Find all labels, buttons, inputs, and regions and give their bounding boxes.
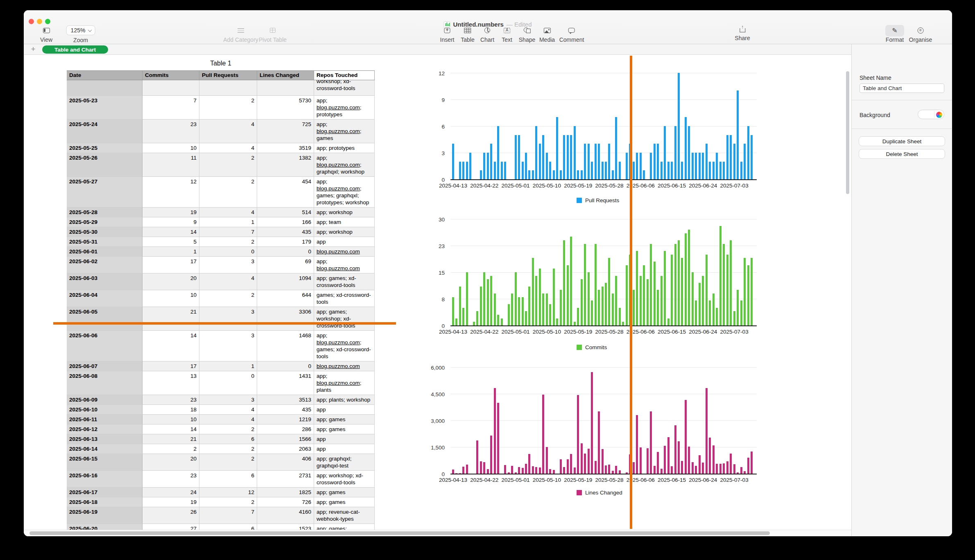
cell-lines-changed[interactable]: 69 <box>257 257 314 273</box>
cell-pull-requests[interactable]: 1 <box>199 361 257 371</box>
repo-link[interactable]: blog.puzzmo.com <box>317 363 360 369</box>
cell-date[interactable]: 2025-05-24 <box>67 120 143 143</box>
toolbar-share-button[interactable]: Share <box>735 24 750 41</box>
tab-table-and-chart[interactable]: Table and Chart <box>42 45 108 54</box>
cell-repos[interactable]: app; team <box>314 217 375 227</box>
cell-repos[interactable]: app; blog.puzzmo.com; games; xd-crosswor… <box>314 331 375 361</box>
cell-commits[interactable]: 14 <box>143 425 199 434</box>
cell-lines-changed[interactable]: 2063 <box>257 444 314 454</box>
delete-sheet-button[interactable]: Delete Sheet <box>859 149 945 159</box>
cell-commits[interactable]: 14 <box>143 331 199 361</box>
toolbar-organise-button[interactable]: Organise <box>909 26 932 43</box>
cell-repos[interactable]: app; blog.puzzmo.com; graphqxl; workshop <box>314 153 375 177</box>
cell-pull-requests[interactable]: 6 <box>199 434 257 444</box>
table-row[interactable]: 2025-05-2991166app; team <box>67 217 375 227</box>
table-row[interactable]: 2025-06-061431468app; blog.puzzmo.com; g… <box>67 331 375 361</box>
cell-commits[interactable]: 18 <box>143 405 199 415</box>
vertical-scrollbar-thumb[interactable] <box>846 71 849 194</box>
cell-lines-changed[interactable]: 0 <box>257 247 314 257</box>
titlebar[interactable]: Untitled.numbers — Edited View 125% Zoom… <box>24 10 952 44</box>
cell-commits[interactable]: 23 <box>143 395 199 405</box>
cell-repos[interactable]: app; games; xd-crossword-tools <box>314 273 375 290</box>
cell-commits[interactable]: 17 <box>143 361 199 371</box>
cell-pull-requests[interactable]: 2 <box>199 425 257 434</box>
cell-pull-requests[interactable]: 3 <box>199 395 257 405</box>
horizontal-scrollbar[interactable] <box>24 530 851 536</box>
table-row[interactable]: 2025-06-192674160app; revenue-cat-webhoo… <box>67 507 375 524</box>
column-header[interactable]: Date <box>67 71 143 80</box>
toolbar-zoom-control[interactable]: 125% Zoom <box>66 25 95 43</box>
cell-date[interactable]: 2025-06-15 <box>67 454 143 471</box>
fullscreen-window-button[interactable] <box>45 19 50 24</box>
table-row[interactable]: 2025-06-15202406app; graphqxl; graphqxl-… <box>67 454 375 471</box>
cell-date[interactable]: 2025-06-03 <box>67 273 143 290</box>
repo-link[interactable]: blog.puzzmo.com <box>317 185 360 192</box>
color-wheel-icon[interactable] <box>936 112 942 118</box>
cell-commits[interactable]: 24 <box>143 488 199 497</box>
table-row[interactable]: 2025-05-28194514app; workshop <box>67 208 375 217</box>
cell-pull-requests[interactable]: 2 <box>199 444 257 454</box>
cell-lines-changed[interactable]: 4160 <box>257 507 314 524</box>
table-row[interactable]: 2025-05-23725730app; blog.puzzmo.com; pr… <box>67 96 375 120</box>
cell-lines-changed[interactable]: 1382 <box>257 153 314 177</box>
toolbar-text-button[interactable]: Text <box>502 26 512 43</box>
column-header[interactable]: Commits <box>143 71 199 80</box>
cell-repos[interactable]: app; games <box>314 488 375 497</box>
repo-link[interactable]: blog.puzzmo.com <box>317 248 360 255</box>
cell-date[interactable]: 2025-06-08 <box>67 371 143 395</box>
duplicate-sheet-button[interactable]: Duplicate Sheet <box>859 136 945 146</box>
table-row[interactable]: 2025-06-111041219app; games <box>67 415 375 425</box>
cell-pull-requests[interactable]: 4 <box>199 120 257 143</box>
cell-date[interactable]: 2025-05-30 <box>67 227 143 237</box>
cell-date[interactable]: 2025-06-11 <box>67 415 143 425</box>
cell-lines-changed[interactable]: 1523 <box>257 524 314 530</box>
cell-pull-requests[interactable]: 0 <box>199 371 257 395</box>
sheet-name-input[interactable] <box>860 84 944 93</box>
cell-date[interactable]: 2025-06-05 <box>67 307 143 331</box>
cell-date[interactable]: 2025-06-19 <box>67 507 143 524</box>
cell-lines-changed[interactable]: 3306 <box>257 307 314 331</box>
cell-repos[interactable]: blog.puzzmo.com <box>314 361 375 371</box>
cell-date[interactable]: 2025-06-12 <box>67 425 143 434</box>
table-row[interactable]: 2025-06-18192726app; games <box>67 497 375 507</box>
toolbar-pivot-table-button[interactable]: Pivot Table <box>259 26 287 43</box>
cell-commits[interactable]: 7 <box>143 96 199 120</box>
cell-commits[interactable]: 19 <box>143 208 199 217</box>
cell-pull-requests[interactable]: 3 <box>199 331 257 361</box>
table-row[interactable]: 2025-06-081301431app; blog.puzzmo.com; p… <box>67 371 375 395</box>
cell-lines-changed[interactable]: 0 <box>257 361 314 371</box>
cell-pull-requests[interactable]: 2 <box>199 454 257 471</box>
cell-pull-requests[interactable]: 2 <box>199 153 257 177</box>
cell-pull-requests[interactable]: 3 <box>199 257 257 273</box>
table-row[interactable]: 2025-06-032041094app; games; xd-crosswor… <box>67 273 375 290</box>
repo-link[interactable]: blog.puzzmo.com <box>317 265 360 271</box>
cell-pull-requests[interactable]: 6 <box>199 524 257 530</box>
cell-pull-requests[interactable]: 4 <box>199 208 257 217</box>
cell-commits[interactable]: 19 <box>143 497 199 507</box>
cell-commits[interactable]: 26 <box>143 507 199 524</box>
cell-repos[interactable]: app; games; workshop; xd-crossword-tools <box>314 307 375 331</box>
cell-commits[interactable]: 9 <box>143 217 199 227</box>
cell-commits[interactable]: 21 <box>143 434 199 444</box>
cell-lines-changed[interactable]: 3519 <box>257 143 314 153</box>
table-row[interactable]: 2025-06-0217369app; blog.puzzmo.com <box>67 257 375 273</box>
repo-link[interactable]: blog.puzzmo.com <box>317 162 360 168</box>
cell-commits[interactable]: 27 <box>143 524 199 530</box>
cell-lines-changed[interactable]: 725 <box>257 120 314 143</box>
cell-date[interactable]: 2025-05-27 <box>67 177 143 208</box>
cell-date[interactable]: 2025-06-10 <box>67 405 143 415</box>
cell-repos[interactable]: app; workshop <box>314 227 375 237</box>
table-row[interactable]: 2025-06-092333513app; plants; workshop <box>67 395 375 405</box>
cell-lines-changed[interactable]: 644 <box>257 290 314 307</box>
cell-repos[interactable]: app; blog.puzzmo.com; games <box>314 120 375 143</box>
toolbar-table-button[interactable]: Table <box>461 26 474 43</box>
cell-lines-changed[interactable]: 406 <box>257 454 314 471</box>
cell-date[interactable]: 2025-06-13 <box>67 434 143 444</box>
cell-pull-requests[interactable]: 0 <box>199 247 257 257</box>
toolbar-shape-button[interactable]: Shape <box>519 26 535 43</box>
cell-date[interactable]: 2025-05-28 <box>67 208 143 217</box>
cell-date[interactable]: 2025-06-01 <box>67 247 143 257</box>
table-row[interactable]: 2025-05-261121382app; blog.puzzmo.com; g… <box>67 153 375 177</box>
cell-commits[interactable]: 10 <box>143 290 199 307</box>
cell-date[interactable]: 2025-05-23 <box>67 96 143 120</box>
